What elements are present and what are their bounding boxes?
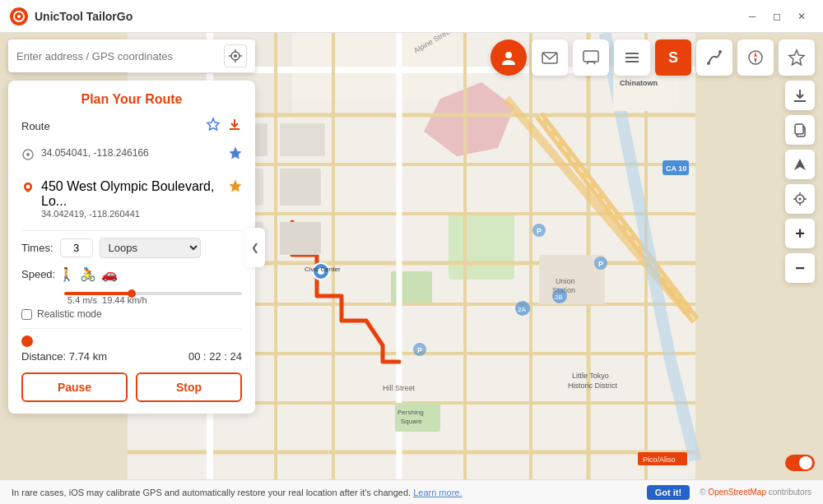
realistic-label: Realistic mode <box>37 308 102 320</box>
speed-dot <box>128 289 136 298</box>
svg-text:CA 10: CA 10 <box>666 164 686 173</box>
destination-coords: 34.042419, -118.260441 <box>41 209 222 219</box>
email-button[interactable] <box>532 39 568 76</box>
svg-text:Union: Union <box>556 277 575 285</box>
zoom-in-button[interactable]: + <box>785 219 815 248</box>
route-header: Route <box>21 117 242 135</box>
svg-text:2B: 2B <box>555 294 563 301</box>
car-icon[interactable]: 🚗 <box>101 266 118 282</box>
speed-icons: 🚶 🚴 🚗 <box>58 266 118 282</box>
action-buttons: Pause Stop <box>21 372 242 402</box>
app-title: UnicTool TailorGo <box>35 10 741 23</box>
destination-star[interactable] <box>229 179 242 196</box>
times-label: Times: <box>21 242 53 254</box>
top-toolbar: S <box>491 39 815 76</box>
bike-icon[interactable]: 🚴 <box>80 266 96 282</box>
got-it-button[interactable]: Got it! <box>647 485 690 500</box>
svg-rect-32 <box>280 123 325 156</box>
times-input[interactable] <box>60 238 93 257</box>
speed-kmh: 19.44 km/h <box>102 295 146 305</box>
minimize-button[interactable]: ─ <box>741 5 764 28</box>
distance-row: Distance: 7.74 km 00 : 22 : 24 <box>21 350 242 363</box>
svg-rect-72 <box>584 51 598 62</box>
destination-point: 450 West Olympic Boulevard, Lo... 34.042… <box>21 176 242 222</box>
download-button[interactable] <box>785 81 815 110</box>
svg-text:2A: 2A <box>518 306 526 313</box>
divider2 <box>21 328 242 329</box>
loops-select[interactable]: Loops Back and Forth <box>100 238 201 258</box>
origin-point: 34.054041, -118.246166 <box>21 143 242 168</box>
svg-rect-6 <box>449 214 514 280</box>
svg-text:Hill Street: Hill Street <box>383 384 416 392</box>
svg-point-76 <box>707 62 710 65</box>
orange-toggle[interactable] <box>785 455 815 471</box>
times-row: Times: Loops Back and Forth <box>21 238 242 258</box>
close-button[interactable]: ✕ <box>790 5 813 28</box>
svg-text:P: P <box>537 227 542 235</box>
svg-text:Historic District: Historic District <box>568 381 617 390</box>
svg-text:Civic Center: Civic Center <box>305 266 341 273</box>
window-controls: ─ ◻ ✕ <box>741 5 813 28</box>
menu-button[interactable] <box>614 39 650 76</box>
search-input[interactable] <box>16 50 224 62</box>
route-actions <box>206 117 242 135</box>
route-import-icon[interactable] <box>227 117 242 135</box>
progress-dot <box>21 335 33 347</box>
notification-message: In rare cases, iOS may calibrate GPS and… <box>12 488 411 497</box>
speed-slider-container: 5.4 m/s 19.44 km/h <box>21 289 242 308</box>
zoom-out-button[interactable]: − <box>785 253 815 283</box>
panel-title: Plan Your Route <box>21 92 242 107</box>
collapse-panel-arrow[interactable]: ❮ <box>245 228 265 267</box>
svg-point-1 <box>17 15 21 18</box>
learn-more-link[interactable]: Learn more. <box>413 488 462 497</box>
origin-coords: 34.054041, -118.246166 <box>41 146 222 160</box>
svg-point-85 <box>26 153 30 156</box>
route-button[interactable] <box>696 39 732 76</box>
navigate-button[interactable] <box>785 150 815 179</box>
svg-marker-79 <box>754 52 757 58</box>
origin-icon <box>21 148 35 164</box>
maximize-button[interactable]: ◻ <box>765 5 788 28</box>
search-bar[interactable] <box>8 39 255 72</box>
route-panel: Plan Your Route Route <box>8 81 255 414</box>
realistic-checkbox[interactable] <box>21 309 32 320</box>
destination-info: 450 West Olympic Boulevard, Lo... 34.042… <box>41 179 222 219</box>
copy-button[interactable] <box>785 115 815 145</box>
user-avatar-button[interactable] <box>491 39 527 76</box>
svg-text:Little Tokyo: Little Tokyo <box>572 372 609 380</box>
svg-point-94 <box>799 198 802 201</box>
favorites-button[interactable] <box>779 39 815 76</box>
speed-ms: 5.4 m/s <box>67 295 97 305</box>
destination-icon <box>21 181 35 197</box>
message-button[interactable] <box>573 39 609 76</box>
time-label: 00 : 22 : 24 <box>188 350 242 363</box>
attribution-text: © OpenStreetMap contributors <box>700 488 811 497</box>
svg-marker-92 <box>794 159 806 170</box>
center-map-button[interactable] <box>785 184 815 214</box>
origin-star[interactable] <box>229 146 242 163</box>
compass-button[interactable] <box>737 39 774 76</box>
svg-point-69 <box>234 54 237 58</box>
location-s-button[interactable]: S <box>655 39 691 76</box>
stop-button[interactable]: Stop <box>136 372 242 402</box>
openstreetmap-link[interactable]: OpenStreetMap <box>708 488 766 497</box>
titlebar: UnicTool TailorGo ─ ◻ ✕ <box>0 0 823 33</box>
svg-text:Square: Square <box>401 418 422 425</box>
pause-button[interactable]: Pause <box>21 372 128 402</box>
toggle-knob <box>799 456 812 469</box>
route-favorites-icon[interactable] <box>206 117 221 135</box>
svg-marker-86 <box>230 147 241 159</box>
app-logo <box>10 7 28 25</box>
svg-marker-80 <box>754 58 757 63</box>
speed-slider[interactable] <box>64 292 242 295</box>
walk-icon[interactable]: 🚶 <box>58 266 75 282</box>
gps-icon-button[interactable] <box>224 44 247 67</box>
svg-rect-35 <box>280 222 321 255</box>
svg-point-87 <box>26 185 30 189</box>
svg-text:Pico/Aliso: Pico/Aliso <box>643 455 676 464</box>
svg-marker-88 <box>230 180 241 192</box>
svg-text:P: P <box>417 346 422 354</box>
speed-row: Speed: 🚶 🚴 🚗 <box>21 266 242 282</box>
svg-marker-81 <box>789 50 804 65</box>
realistic-row: Realistic mode <box>21 308 242 320</box>
